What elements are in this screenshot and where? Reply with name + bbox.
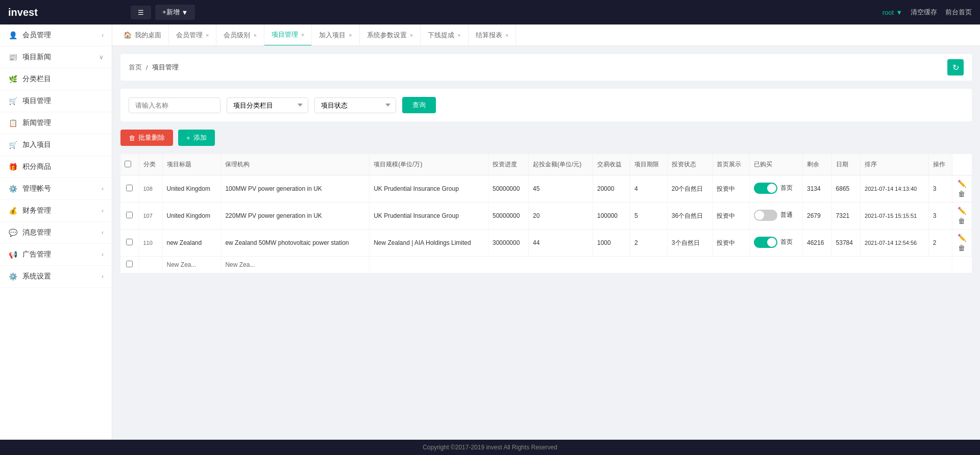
row-checkbox-2[interactable] — [126, 239, 133, 245]
toggle-switch-2[interactable] — [754, 237, 777, 248]
sidebar-item-category-bar[interactable]: 🌿 分类栏目 — [0, 68, 112, 90]
row-checkbox-0[interactable] — [126, 185, 133, 191]
frontend-home-button[interactable]: 前台首页 — [945, 8, 972, 17]
sidebar-item-project-news[interactable]: 📰 项目新闻 ∨ — [0, 46, 112, 68]
sidebar-arrow-message-mgmt: ‹ — [102, 229, 104, 236]
table-header-col-3: 保理机构 — [221, 154, 370, 175]
sidebar-icon-project-news: 📰 — [8, 53, 17, 62]
query-button[interactable]: 查询 — [402, 97, 436, 113]
sidebar-icon-join-project: 🛒 — [8, 140, 17, 149]
breadcrumb: 首页 / 项目管理 ↻ — [120, 54, 972, 81]
table-header-col-8: 项目期限 — [630, 154, 667, 175]
homepage-toggle-1[interactable]: 普通 — [754, 210, 793, 221]
add-button[interactable]: + 添加 — [178, 130, 215, 146]
sidebar-item-news-mgmt[interactable]: 📋 新闻管理 — [0, 112, 112, 134]
row-remaining-2: 53784 — [831, 230, 861, 257]
sidebar-arrow-ad-mgmt: ‹ — [102, 251, 104, 258]
user-dropdown[interactable]: root ▼ — [883, 9, 902, 16]
sidebar-item-admin-account[interactable]: ⚙️ 管理帐号 ‹ — [0, 178, 112, 200]
sidebar-item-join-project[interactable]: 🛒 加入项目 — [0, 134, 112, 156]
row-min-invest-0: 20000 — [593, 175, 630, 203]
tab-join-project[interactable]: 加入项目× — [312, 24, 359, 46]
row-scale-2: 30000000 — [488, 230, 529, 257]
topbar-actions: ☰ +新增 ▼ — [131, 5, 195, 20]
content-area: 🏠我的桌面会员管理×会员级别×项目管理×加入项目×系统参数设置×下线提成×结算报… — [112, 24, 980, 440]
tab-project-mgmt[interactable]: 项目管理× — [264, 24, 312, 46]
category-filter-select[interactable]: 项目分类栏目 — [227, 97, 308, 113]
app-logo: invest — [8, 7, 120, 18]
hamburger-button[interactable]: ☰ — [131, 6, 151, 19]
table-header: 分类项目标题保理机构项目规模(单位/万)投资进度起投金额(单位/元)交易收益项目… — [120, 154, 972, 175]
tab-close-settlement-report[interactable]: × — [505, 32, 508, 38]
footer-text: Copyright ©2017-2019 invest All Rights R… — [423, 444, 557, 451]
batch-delete-button[interactable]: 🗑 批量删除 — [120, 130, 173, 146]
sidebar-icon-category-bar: 🌿 — [8, 74, 17, 84]
row-purchased-1: 2679 — [803, 203, 832, 230]
name-filter-input[interactable] — [129, 97, 220, 113]
row-remaining-1: 7321 — [831, 203, 861, 230]
toggle-switch-1[interactable] — [754, 210, 777, 221]
tab-member-mgmt[interactable]: 会员管理× — [169, 24, 216, 46]
sidebar-arrow-project-news: ∨ — [99, 54, 104, 61]
sidebar-item-message-mgmt[interactable]: 💬 消息管理 ‹ — [0, 222, 112, 244]
delete-row-button-0[interactable]: 🗑 — [958, 190, 965, 198]
table-header-col-1: 分类 — [139, 154, 162, 175]
table-header-col-11: 已购买 — [749, 154, 802, 175]
sidebar-item-system-settings[interactable]: ⚙️ 系统设置 ‹ — [0, 266, 112, 288]
tab-my-desk[interactable]: 🏠我的桌面 — [116, 24, 169, 46]
tab-close-join-project[interactable]: × — [349, 32, 352, 38]
select-all-checkbox[interactable] — [125, 161, 131, 167]
row-date-2: 2021-07-14 12:54:56 — [861, 230, 929, 257]
toggle-switch-0[interactable] — [754, 183, 777, 194]
sidebar-item-points-mall[interactable]: 🎁 积分商品 — [0, 156, 112, 178]
tab-icon-my-desk: 🏠 — [124, 31, 132, 39]
row-checkbox-1[interactable] — [126, 212, 133, 218]
row-checkbox-partial[interactable] — [126, 261, 133, 267]
sidebar-label-message-mgmt: 消息管理 — [22, 228, 96, 237]
homepage-toggle-0[interactable]: 首页 — [754, 183, 793, 194]
refresh-button[interactable]: ↻ — [947, 59, 964, 75]
sidebar-label-join-project: 加入项目 — [22, 140, 104, 149]
breadcrumb-home[interactable]: 首页 — [129, 63, 142, 72]
sidebar-label-news-mgmt: 新闻管理 — [22, 118, 104, 128]
batch-delete-icon: 🗑 — [129, 134, 135, 142]
sidebar-label-member-mgmt: 会员管理 — [22, 31, 96, 40]
sidebar-item-member-mgmt[interactable]: 👤 会员管理 ‹ — [0, 24, 112, 46]
status-filter-select[interactable]: 项目状态 — [314, 97, 396, 113]
homepage-toggle-2[interactable]: 首页 — [754, 237, 793, 248]
tab-member-level[interactable]: 会员级别× — [216, 24, 264, 46]
sidebar-item-finance-mgmt[interactable]: 💰 财务管理 ‹ — [0, 200, 112, 222]
row-yield-1: 5 — [630, 203, 667, 230]
table-header-col-7: 交易收益 — [593, 154, 630, 175]
sidebar: 👤 会员管理 ‹ 📰 项目新闻 ∨ 🌿 分类栏目 🛒 项目管理 📋 新闻管理 🛒… — [0, 24, 112, 440]
tab-downline-earn[interactable]: 下线提成× — [421, 24, 468, 46]
tab-label-member-mgmt: 会员管理 — [176, 31, 203, 40]
clear-cache-button[interactable]: 清空缓存 — [911, 8, 937, 17]
tab-label-system-params: 系统参数设置 — [367, 31, 407, 40]
edit-button-2[interactable]: ✏️ — [958, 234, 966, 242]
tab-label-downline-earn: 下线提成 — [428, 31, 454, 40]
edit-button-1[interactable]: ✏️ — [958, 207, 966, 215]
tab-close-member-mgmt[interactable]: × — [206, 32, 209, 38]
sidebar-arrow-member-mgmt: ‹ — [102, 32, 104, 39]
row-institution-1: UK Prudential Insurance Group — [370, 203, 488, 230]
sidebar-item-ad-mgmt[interactable]: 📢 广告管理 ‹ — [0, 244, 112, 266]
row-purchased-0: 3134 — [803, 175, 832, 203]
add-new-button[interactable]: +新增 ▼ — [155, 5, 195, 20]
toggle-label-2: 首页 — [780, 238, 793, 246]
breadcrumb-separator: / — [146, 64, 148, 71]
tab-close-member-level[interactable]: × — [253, 32, 256, 38]
row-homepage-1: 普通 — [749, 203, 802, 230]
edit-button-0[interactable]: ✏️ — [958, 180, 966, 188]
project-table-wrap: 分类项目标题保理机构项目规模(单位/万)投资进度起投金额(单位/元)交易收益项目… — [120, 154, 972, 273]
tab-close-system-params[interactable]: × — [410, 32, 413, 38]
tab-close-project-mgmt[interactable]: × — [301, 32, 304, 38]
sidebar-item-project-mgmt[interactable]: 🛒 项目管理 — [0, 90, 112, 112]
delete-row-button-1[interactable]: 🗑 — [958, 217, 965, 225]
tab-system-params[interactable]: 系统参数设置× — [360, 24, 421, 46]
table-header-col-6: 起投金额(单位/元) — [528, 154, 593, 175]
table-header-col-5: 投资进度 — [488, 154, 529, 175]
tab-settlement-report[interactable]: 结算报表× — [469, 24, 516, 46]
delete-row-button-2[interactable]: 🗑 — [958, 244, 965, 252]
tab-close-downline-earn[interactable]: × — [457, 32, 460, 38]
